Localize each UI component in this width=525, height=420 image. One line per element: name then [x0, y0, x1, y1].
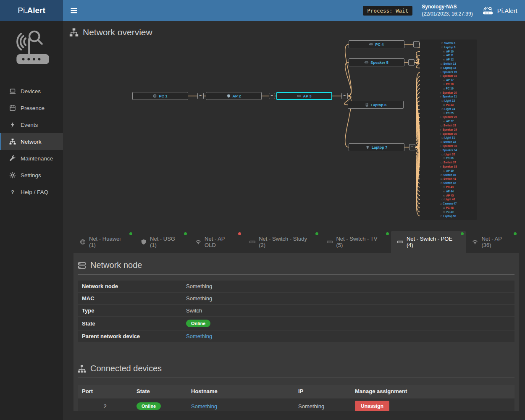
tab-net-usg-1[interactable]: Net - USG (1) — [134, 231, 189, 253]
column-header-hostname: Hostname — [187, 385, 294, 398]
column-device-camera-47[interactable]: □Camera 47 — [420, 202, 477, 206]
column-device-speaker-34[interactable]: ○Speaker 34 — [420, 148, 477, 152]
column-device-speaker-26[interactable]: ○Speaker 26 — [420, 115, 477, 119]
link-curve — [345, 45, 352, 96]
app-brand[interactable]: Pi.Alert — [482, 6, 518, 15]
collapse-connector-c3[interactable]: − — [341, 93, 348, 99]
column-device-ap-17[interactable]: ∩AP 17 — [420, 78, 477, 82]
collapse-connector-c7[interactable]: − — [409, 144, 415, 150]
divider — [78, 378, 514, 378]
column-device-light-31[interactable]: □Light 31 — [420, 136, 477, 140]
column-device-switch-40[interactable]: □Switch 40 — [420, 173, 477, 177]
router-icon — [482, 6, 494, 15]
collapse-connector-c4[interactable]: − — [413, 41, 420, 47]
column-device-switch-41[interactable]: □Switch 41 — [420, 177, 477, 181]
column-device-switch-32[interactable]: □Switch 32 — [420, 140, 477, 144]
sidebar-item-network[interactable]: Network — [0, 133, 63, 150]
column-device-switch-42[interactable]: □Switch 42 — [420, 181, 477, 185]
speaker-icon — [365, 103, 369, 107]
column-device-pc-48[interactable]: □PC 48 — [420, 206, 477, 210]
column-device-speaker-38[interactable]: ○Speaker 38 — [420, 165, 477, 169]
column-device-light-35[interactable]: □Light 35 — [420, 152, 477, 157]
sidebar-item-devices[interactable]: Devices — [0, 83, 63, 100]
diagram-node-laptop-7[interactable]: Laptop 7 — [349, 143, 404, 151]
column-device-speaker-20[interactable]: ○Speaker 20 — [420, 91, 477, 95]
divider — [78, 274, 514, 275]
column-device-pc-43[interactable]: □PC 43 — [420, 185, 477, 189]
diagram-node-ap-2[interactable]: AP 2 — [206, 92, 262, 100]
column-device-laptop-14[interactable]: □Laptop 14 — [420, 66, 477, 70]
column-device-speaker-30[interactable]: ○Speaker 30 — [420, 132, 477, 136]
diagram-node-laptop-6[interactable]: Laptop 6 — [348, 101, 404, 109]
column-device-switch-28[interactable]: □Switch 28 — [420, 123, 477, 128]
column-device-speaker-21[interactable]: ○Speaker 21 — [420, 94, 477, 99]
column-device-pc-25[interactable]: □PC 25 — [420, 111, 477, 116]
column-device-ap-10[interactable]: ∩AP 10 — [420, 50, 477, 54]
column-device-laptop-50[interactable]: □Laptop 50 — [420, 214, 477, 218]
column-device-ap-39[interactable]: ∩AP 39 — [420, 169, 477, 173]
speaker-icon: ○ — [440, 75, 441, 77]
topbar-right: Process: Wait Synology-NAS (22/01/2023, … — [363, 3, 518, 18]
sidebar-item-maintenance[interactable]: Maintenance — [0, 150, 63, 167]
column-device-light-46[interactable]: □Light 46 — [420, 197, 477, 202]
column-device-pc-18[interactable]: □PC 18 — [420, 82, 477, 87]
laptop-icon: □ — [441, 46, 443, 49]
diagram-node-pc-1[interactable]: PC 1 — [132, 92, 188, 100]
manage-cell: Unassign — [351, 399, 514, 411]
column-device-pc-23[interactable]: □PC 23 — [420, 103, 477, 107]
node-detail-row: StateOnline — [78, 317, 514, 330]
sidebar-item-events[interactable]: Events — [0, 116, 63, 133]
tab-net-ap-old[interactable]: Net - AP OLD — [189, 231, 243, 253]
column-device-switch-13[interactable]: □Switch 13 — [420, 62, 477, 66]
column-device-ap-12[interactable]: ∩AP 12 — [420, 58, 477, 62]
column-device-ap-27[interactable]: ∩AP 27 — [420, 119, 477, 123]
host-name: Synology-NAS — [422, 3, 472, 10]
tab-net-ap-36[interactable]: Net - AP (36) — [466, 231, 519, 253]
column-device-light-22[interactable]: □Light 22 — [420, 99, 477, 103]
column-device-speaker-16[interactable]: ○Speaker 16 — [420, 74, 477, 78]
column-device-laptop-9[interactable]: □Laptop 9 — [420, 45, 477, 50]
tab-net-huawei-1[interactable]: Net - Huawei (1) — [74, 231, 134, 253]
column-device-ap-44[interactable]: ∩AP 44 — [420, 189, 477, 194]
node-detail-row: TypeSwitch — [78, 305, 514, 316]
column-device-switch-8[interactable]: □Switch 8 — [420, 41, 477, 45]
sidebar-item-label: Help / FAQ — [21, 189, 48, 195]
detail-label: MAC — [82, 295, 186, 302]
column-device-speaker-33[interactable]: ○Speaker 33 — [420, 144, 477, 148]
column-device-pc-19[interactable]: □PC 19 — [420, 87, 477, 91]
link-curve — [345, 63, 352, 96]
column-device-light-24[interactable]: □Light 24 — [420, 107, 477, 111]
switch-icon: □ — [441, 63, 442, 65]
page-title: Network overview — [83, 27, 152, 37]
column-device-speaker-29[interactable]: ○Speaker 29 — [420, 128, 477, 132]
main-content: Network overview PC 1AP 2AP 3PC 4Speaker… — [63, 21, 525, 420]
tab-net-switch-study-2[interactable]: Net - Switch - Study (2) — [243, 231, 320, 253]
column-device-speaker-15[interactable]: ○Speaker 15 — [420, 70, 477, 74]
column-device-pc-36[interactable]: □PC 36 — [420, 156, 477, 160]
node-detail-row: Network nodeSomething — [78, 281, 514, 292]
tab-net-switch-poe-4[interactable]: Net - Switch - POE (4) — [391, 231, 466, 253]
sidebar-item-help-faq[interactable]: ?Help / FAQ — [0, 184, 63, 200]
bolt-icon — [9, 121, 16, 128]
column-device-switch-37[interactable]: □Switch 37 — [420, 160, 477, 165]
column-device-ap-11[interactable]: ∩AP 11 — [420, 53, 477, 58]
menu-toggle-icon[interactable] — [70, 6, 78, 15]
collapse-connector-c1[interactable]: − — [197, 93, 204, 99]
sidebar-item-settings[interactable]: Settings — [0, 167, 63, 184]
diagram-node-pc-4[interactable]: PC 4 — [349, 40, 404, 48]
brand[interactable]: Pi.Alert — [0, 0, 63, 21]
collapse-connector-c2[interactable]: − — [269, 93, 275, 99]
tab-net-switch-tv-5[interactable]: Net - Switch - TV (5) — [320, 231, 391, 253]
device-row: 2OnlineSomethingSomethingUnassign — [78, 399, 514, 411]
sidebar-item-presence[interactable]: Presence — [0, 100, 63, 116]
collapse-connector-c5[interactable]: − — [408, 59, 415, 66]
column-device-ap-45[interactable]: ∩AP 45 — [420, 194, 477, 198]
column-device-pc-49[interactable]: □PC 49 — [420, 210, 477, 214]
hostname-link[interactable]: Something — [191, 403, 217, 410]
parent-device-link[interactable]: Something — [186, 333, 212, 339]
unassign-button[interactable]: Unassign — [355, 401, 389, 411]
switch-icon — [249, 239, 255, 245]
diagram-node-ap-3[interactable]: AP 3 — [276, 92, 332, 100]
diagram-node-speaker-5[interactable]: Speaker 5 — [349, 58, 404, 66]
detail-value: Switch — [186, 307, 202, 314]
